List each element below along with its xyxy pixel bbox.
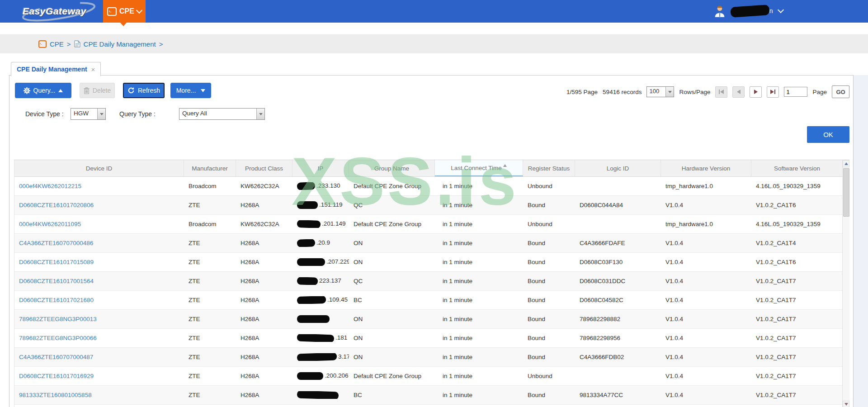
cell-software-version: V1.0.2_CA1T7 (751, 354, 843, 360)
ip-visible-text: .151.119 (319, 201, 343, 208)
gear-icon (24, 87, 30, 94)
device-id-link[interactable]: C4A366ZTE160707000487 (19, 354, 93, 360)
device-id-link[interactable]: D0608CZTE161017001564 (19, 278, 94, 284)
cell-manufacturer: ZTE (184, 259, 236, 265)
cell-register-status: Bound (523, 240, 575, 246)
cell-register-status: Bound (523, 392, 575, 398)
scroll-down-button[interactable] (843, 401, 849, 407)
query-type-select[interactable]: Query All (179, 108, 265, 120)
column-header-manufacturer[interactable]: Manufacturer (184, 160, 236, 176)
device-type-label: Device Type : (25, 110, 65, 118)
user-menu[interactable]: on (713, 4, 783, 18)
column-header-ip[interactable]: IP (292, 160, 349, 176)
cell-last-connect-time: in 1 minute (435, 297, 523, 303)
column-header-register-status[interactable]: Register Status (523, 160, 575, 176)
cell-device-id: 000ef4KW6262011095 (14, 221, 184, 227)
next-page-button[interactable] (750, 86, 762, 98)
scroll-up-button[interactable] (843, 160, 849, 167)
toolbar: Query... Delete Refresh More... (15, 83, 211, 98)
table-row: C4A366ZTE160707000490ZTEH268A203.144.179… (14, 405, 843, 407)
cell-manufacturer: Broadcom (184, 221, 236, 227)
column-header-group-name[interactable]: Group Name (349, 160, 435, 176)
cell-logic-id: 789682298956 (575, 335, 661, 341)
device-id-link[interactable]: C4A366ZTE160707000486 (19, 240, 93, 246)
cell-product-class: H268A (236, 278, 292, 284)
table-row: 789682ZTEEG8NG3P00013ZTEH268AONin 1 minu… (14, 310, 843, 329)
query-button[interactable]: Query... (15, 83, 71, 98)
breadcrumb-separator: > (67, 40, 71, 48)
last-page-button[interactable] (767, 86, 779, 98)
device-id-link[interactable]: 789682ZTEEG8NG3P00066 (19, 335, 97, 341)
previous-page-button[interactable] (732, 86, 745, 98)
device-id-link[interactable]: D0608CZTE161017016929 (19, 373, 94, 379)
cell-software-version: V1.0.2_CA1T7 (751, 373, 843, 379)
table-row: 000ef4KW6262012215BroadcomKW6262C32A.233… (14, 177, 843, 196)
records-count: 59416 records (603, 89, 642, 95)
first-page-button[interactable] (715, 86, 727, 98)
device-id-link[interactable]: 000ef4KW6262012215 (19, 183, 81, 189)
cell-device-id: C4A366ZTE160707000487 (14, 354, 184, 360)
easygateway-logo[interactable]: EasyGateway (23, 1, 99, 21)
device-type-select[interactable]: HGW (71, 108, 106, 120)
dropdown-down-icon (201, 89, 205, 92)
table-row: 981333ZTE160801005858ZTEH268ABCin 1 minu… (14, 386, 843, 405)
cell-manufacturer: ZTE (184, 278, 236, 284)
page-label: Page (812, 89, 827, 95)
ip-visible-text: 3.170 (338, 353, 349, 360)
last-page-icon (770, 90, 774, 94)
breadcrumb-item-cpe[interactable]: CPE (50, 40, 64, 48)
refresh-button[interactable]: Refresh (123, 83, 165, 98)
page-number-input[interactable] (784, 87, 807, 97)
ip-visible-text: .109.45 (327, 296, 348, 303)
scroll-up-icon (844, 162, 848, 165)
cell-manufacturer: ZTE (184, 240, 236, 246)
column-header-product-class[interactable]: Product Class (236, 160, 292, 176)
column-header-last-connect-time[interactable]: Last Connect Time (435, 160, 523, 176)
column-header-software-version[interactable]: Software Version (751, 160, 843, 176)
breadcrumb-cpe-icon: ›. (38, 40, 47, 48)
column-header-hardware-version[interactable]: Hardware Version (661, 160, 751, 176)
device-id-link[interactable]: D0608CZTE161017021680 (19, 297, 94, 303)
device-id-link[interactable]: D0608CZTE161017020806 (19, 202, 94, 208)
cell-hardware-version: V1.0.4 (661, 392, 751, 398)
breadcrumb-separator: > (159, 40, 163, 48)
device-id-link[interactable]: 000ef4KW6262011095 (19, 221, 81, 227)
cell-register-status: Bound (523, 278, 575, 284)
device-id-link[interactable]: D0608CZTE161017015089 (19, 259, 94, 265)
ip-visible-text: .200.206 (325, 372, 349, 379)
cell-software-version: V1.0.2_CA1T7 (751, 335, 843, 341)
tab-cpe-daily-management[interactable]: CPE Daily Management × (11, 62, 101, 76)
breadcrumb-item-cpe-daily-management[interactable]: CPE Daily Management (84, 40, 156, 48)
device-id-link[interactable]: 981333ZTE160801005858 (19, 392, 92, 398)
nav-menu-cpe[interactable]: ›. CPE (103, 0, 146, 23)
column-header-device-id[interactable]: Device ID (14, 160, 184, 176)
rows-per-page-select[interactable]: 100 (646, 86, 674, 97)
cell-device-id: D0608CZTE161017016929 (14, 373, 184, 379)
cell-ip: 3.170 (292, 353, 349, 361)
previous-page-icon (737, 90, 741, 94)
cell-manufacturer: ZTE (184, 392, 236, 398)
cell-product-class: H268A (236, 316, 292, 322)
tab-close-icon[interactable]: × (91, 66, 95, 73)
device-id-link[interactable]: 789682ZTEEG8NG3P00013 (19, 316, 97, 322)
cell-ip: .20.9 (292, 239, 349, 247)
delete-button[interactable]: Delete (80, 83, 115, 98)
cell-logic-id: 9813334A77CC (575, 392, 661, 398)
cell-logic-id: C4A3666F5B7E (575, 405, 661, 407)
ok-button[interactable]: OK (807, 126, 849, 143)
go-button[interactable]: GO (832, 85, 849, 98)
cell-software-version: V1.0.2_CA1T7 (751, 405, 843, 407)
cell-device-id: 981333ZTE160801005858 (14, 392, 184, 398)
first-page-icon (719, 90, 720, 94)
scrollbar-thumb[interactable] (843, 168, 849, 217)
select-arrow-icon (256, 109, 264, 119)
more-button[interactable]: More... (170, 83, 211, 98)
cell-logic-id: 789682298882 (575, 316, 661, 322)
column-header-logic-id[interactable]: Logic ID (575, 160, 661, 176)
cell-ip: .233.130 (292, 182, 349, 190)
table-scrollbar[interactable] (842, 160, 849, 407)
cell-register-status: Bound (523, 297, 575, 303)
cell-register-status: Bound (523, 405, 575, 407)
cell-product-class: H268A (236, 297, 292, 303)
cell-software-version: V1.0.2_CA1T7 (751, 278, 843, 284)
